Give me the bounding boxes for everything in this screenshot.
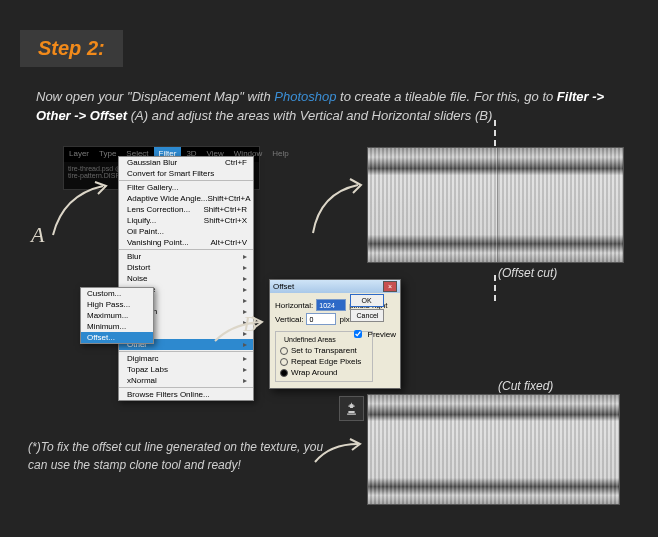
arrow-to-tex1 — [308, 175, 368, 240]
dialog-title: Offset — [273, 282, 294, 291]
arrow-b — [212, 316, 267, 346]
filter-dropdown[interactable]: Gaussian BlurCtrl+FConvert for Smart Fil… — [118, 156, 254, 401]
menu-item[interactable]: Distort▸ — [119, 262, 253, 273]
caption-offset-cut: (Offset cut) — [498, 266, 557, 280]
intro-part3: (A) and adjust the areas with Vertical a… — [127, 108, 492, 123]
arrow-a — [48, 180, 118, 240]
footnote: (*)To fix the offset cut line generated … — [28, 438, 328, 474]
menu-item[interactable]: Gaussian BlurCtrl+F — [119, 157, 253, 168]
preview-label: Preview — [368, 330, 396, 339]
cancel-button[interactable]: Cancel — [350, 309, 384, 322]
guide-line-top — [494, 120, 496, 146]
submenu-item[interactable]: Custom... — [81, 288, 153, 299]
menu-item[interactable]: Blur▸ — [119, 251, 253, 262]
vertical-input[interactable] — [306, 313, 336, 325]
app-name: Photoshop — [274, 89, 336, 104]
menu-item[interactable]: Digimarc▸ — [119, 353, 253, 364]
menu-item[interactable]: Adaptive Wide Angle...Shift+Ctrl+A — [119, 193, 253, 204]
group-label: Undefined Areas — [282, 336, 338, 343]
menu-item[interactable]: Topaz Labs▸ — [119, 364, 253, 375]
label-a: A — [31, 222, 44, 248]
step-badge: Step 2: — [20, 30, 123, 67]
close-icon[interactable]: × — [383, 281, 397, 292]
radio-wrap-around[interactable]: Wrap Around — [280, 367, 368, 378]
arrow-to-tex2 — [312, 438, 364, 468]
menu-item[interactable]: Browse Filters Online... — [119, 389, 253, 400]
clone-stamp-icon — [339, 396, 364, 421]
menu-item[interactable]: Oil Paint... — [119, 226, 253, 237]
vertical-label: Vertical: — [275, 315, 303, 324]
other-submenu[interactable]: Custom...High Pass...Maximum...Minimum..… — [80, 287, 154, 344]
intro-part2: to create a tileable file. For this, go … — [336, 89, 556, 104]
menu-layer[interactable]: Layer — [64, 147, 94, 162]
texture-offset-cut — [367, 147, 624, 263]
ok-button[interactable]: OK — [350, 294, 384, 307]
menu-item[interactable]: xNormal▸ — [119, 375, 253, 386]
radio-transparent[interactable]: Set to Transparent — [280, 345, 368, 356]
intro-text: Now open your "Displacement Map" with Ph… — [36, 88, 626, 126]
menu-item[interactable]: Vanishing Point...Alt+Ctrl+V — [119, 237, 253, 248]
menu-item[interactable]: Liquify...Shift+Ctrl+X — [119, 215, 253, 226]
submenu-item[interactable]: Maximum... — [81, 310, 153, 321]
intro-part1: Now open your "Displacement Map" with — [36, 89, 274, 104]
menu-help[interactable]: Help — [267, 147, 293, 162]
horizontal-input[interactable] — [316, 299, 346, 311]
caption-cut-fixed: (Cut fixed) — [498, 379, 553, 393]
dialog-titlebar[interactable]: Offset × — [270, 280, 400, 293]
submenu-item[interactable]: High Pass... — [81, 299, 153, 310]
horizontal-label: Horizontal: — [275, 301, 313, 310]
texture-cut-fixed — [367, 394, 620, 505]
menu-item[interactable]: Filter Gallery... — [119, 182, 253, 193]
menu-item[interactable]: Noise▸ — [119, 273, 253, 284]
guide-line-bottom — [494, 275, 496, 301]
radio-repeat-edge[interactable]: Repeat Edge Pixels — [280, 356, 368, 367]
menu-item[interactable]: Convert for Smart Filters — [119, 168, 253, 179]
submenu-item[interactable]: Offset... — [81, 332, 153, 343]
offset-dialog: Offset × Horizontal: pixels right Vertic… — [269, 279, 401, 389]
submenu-item[interactable]: Minimum... — [81, 321, 153, 332]
menu-item[interactable]: Lens Correction...Shift+Ctrl+R — [119, 204, 253, 215]
preview-checkbox[interactable]: Preview — [350, 327, 396, 341]
